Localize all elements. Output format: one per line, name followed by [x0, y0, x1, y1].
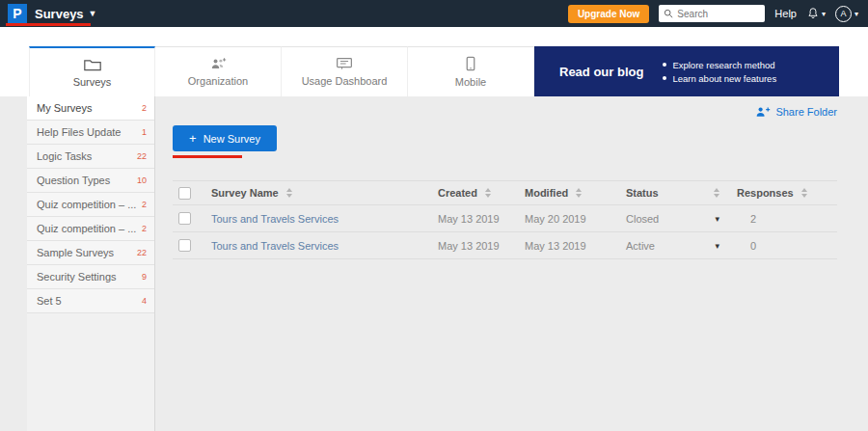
annotation-underline-logo: [6, 23, 91, 26]
created-date: May 13 2019: [438, 213, 525, 225]
table-row: Tours and Travels Services May 13 2019 M…: [173, 232, 837, 259]
modified-date: May 13 2019: [525, 240, 626, 252]
chevron-down-icon: ▾: [822, 10, 826, 18]
sidebar-item-quiz-competition-1[interactable]: Quiz competition – ... 2: [27, 193, 154, 217]
tab-surveys[interactable]: Surveys: [29, 46, 155, 96]
sidebar-item-label: Set 5: [37, 295, 62, 307]
folders-sidebar: My Surveys 2 Help Files Update 1 Logic T…: [27, 96, 155, 431]
header-status[interactable]: Status: [626, 187, 737, 199]
table-header-row: Survey Name Created Modified Status Resp…: [173, 180, 837, 205]
search-input[interactable]: [677, 9, 760, 19]
share-folder-label: Share Folder: [775, 106, 837, 118]
row-checkbox[interactable]: [178, 239, 191, 252]
tab-label: Organization: [188, 75, 248, 87]
tab-organization[interactable]: Organization: [155, 46, 282, 96]
notifications-button[interactable]: ▾: [806, 7, 826, 20]
blog-bullet-text: Learn about new features: [672, 73, 776, 84]
share-folder-icon: [755, 106, 771, 118]
survey-name-link[interactable]: Tours and Travels Services: [211, 240, 339, 252]
sidebar-item-count: 22: [137, 151, 147, 161]
sidebar-item-count: 2: [142, 200, 147, 209]
app-logo[interactable]: P: [8, 4, 27, 23]
search-box[interactable]: [659, 5, 765, 22]
header-created[interactable]: Created: [438, 187, 525, 199]
sidebar-item-count: 2: [142, 224, 147, 233]
sidebar-item-label: Security Settings: [37, 271, 117, 283]
blog-bullet: Explore research method: [663, 60, 776, 70]
sidebar-item-count: 9: [142, 272, 147, 282]
notification-bell-icon: [806, 7, 820, 20]
survey-name-link[interactable]: Tours and Travels Services: [211, 213, 339, 225]
sort-icon[interactable]: [485, 188, 491, 198]
mobile-phone-icon: [466, 56, 475, 71]
account-menu[interactable]: A ▾: [835, 6, 858, 22]
upgrade-now-button[interactable]: Upgrade Now: [568, 5, 649, 23]
header-modified[interactable]: Modified: [525, 187, 626, 199]
sort-icon[interactable]: [801, 188, 807, 198]
blog-promo-panel[interactable]: Read our blog Explore research method Le…: [534, 46, 839, 96]
folder-icon: [84, 58, 101, 71]
blog-bullet-text: Explore research method: [672, 60, 774, 70]
share-folder-link[interactable]: Share Folder: [755, 106, 837, 118]
header-label: Modified: [525, 187, 568, 199]
top-navigation-bar: P Surveys ▼ Upgrade Now Help ▾ A ▾: [0, 0, 868, 27]
new-survey-button[interactable]: + New Survey: [173, 125, 277, 151]
created-date: May 13 2019: [438, 240, 525, 252]
status-dropdown-caret[interactable]: ▾: [715, 214, 719, 224]
tab-mobile[interactable]: Mobile: [408, 46, 534, 96]
topbar-actions: Upgrade Now Help ▾ A ▾: [568, 5, 858, 23]
chevron-down-icon: ▾: [854, 10, 858, 18]
sidebar-item-set-5[interactable]: Set 5 4: [27, 289, 154, 313]
sort-icon[interactable]: [576, 188, 582, 198]
new-survey-label: New Survey: [203, 133, 260, 145]
avatar: A: [835, 6, 852, 22]
chevron-down-icon[interactable]: ▼: [89, 9, 97, 18]
sidebar-item-my-surveys[interactable]: My Surveys 2: [27, 96, 154, 121]
sidebar-item-label: Sample Surveys: [37, 247, 114, 258]
plus-icon: +: [189, 131, 197, 146]
sidebar-item-label: Quiz competition – ...: [37, 223, 136, 234]
modified-date: May 20 2019: [525, 213, 626, 225]
sidebar-item-count: 10: [137, 175, 147, 185]
blog-bullet: Learn about new features: [663, 73, 776, 84]
sidebar-item-question-types[interactable]: Question Types 10: [27, 169, 154, 193]
sidebar-item-label: Help Files Update: [37, 126, 121, 138]
dashboard-icon: [336, 57, 353, 70]
sidebar-item-sample-surveys[interactable]: Sample Surveys 22: [27, 241, 154, 265]
status-dropdown-caret[interactable]: ▾: [715, 241, 719, 251]
sidebar-item-label: Question Types: [37, 175, 110, 186]
tab-label: Mobile: [455, 76, 486, 88]
status-value: Active: [626, 240, 655, 252]
section-tabs-header: Surveys Organization Usage Dashboard: [0, 27, 868, 96]
sidebar-item-count: 1: [142, 127, 147, 137]
sidebar-item-count: 22: [137, 248, 147, 257]
sidebar-item-help-files-update[interactable]: Help Files Update 1: [27, 121, 154, 145]
status-value: Closed: [626, 213, 659, 225]
annotation-underline-new-survey: [173, 155, 242, 158]
sidebar-item-count: 4: [142, 296, 147, 306]
responses-count: 2: [737, 213, 814, 225]
sidebar-item-logic-tasks[interactable]: Logic Tasks 22: [27, 145, 154, 169]
app-title: Surveys: [35, 7, 84, 21]
sidebar-item-quiz-competition-2[interactable]: Quiz competition – ... 2: [27, 217, 154, 241]
tab-label: Surveys: [73, 76, 112, 88]
header-responses[interactable]: Responses: [737, 187, 814, 199]
organization-people-icon: [209, 57, 227, 70]
sidebar-item-security-settings[interactable]: Security Settings 9: [27, 265, 154, 289]
header-label: Created: [438, 187, 477, 199]
tab-label: Usage Dashboard: [302, 75, 388, 87]
select-all-checkbox[interactable]: [178, 187, 191, 200]
header-label: Responses: [737, 187, 794, 199]
header-survey-name[interactable]: Survey Name: [211, 187, 438, 199]
sort-icon[interactable]: [286, 188, 292, 198]
product-switcher[interactable]: P Surveys ▼: [4, 0, 101, 27]
sort-icon[interactable]: [714, 188, 719, 198]
tab-usage-dashboard[interactable]: Usage Dashboard: [282, 46, 408, 96]
search-icon: [664, 9, 673, 18]
sidebar-item-label: Quiz competition – ...: [37, 199, 136, 210]
help-link[interactable]: Help: [774, 8, 797, 19]
table-row: Tours and Travels Services May 13 2019 M…: [173, 205, 837, 232]
sidebar-item-label: My Surveys: [37, 102, 92, 114]
sidebar-item-label: Logic Tasks: [37, 150, 92, 162]
row-checkbox[interactable]: [178, 212, 191, 225]
